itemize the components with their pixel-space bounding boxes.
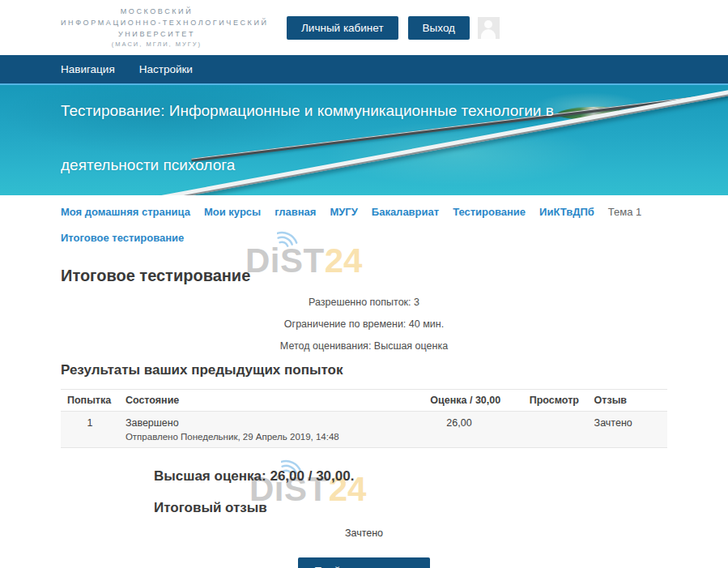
attempt-review <box>523 412 588 448</box>
main-navbar: Навигация Настройки <box>0 55 728 85</box>
breadcrumb-item-final-test[interactable]: Итоговое тестирование <box>61 232 184 244</box>
course-title-line2: деятельности психолога <box>61 156 554 175</box>
attempt-feedback: Зачтено <box>588 412 667 448</box>
col-header-attempt: Попытка <box>61 390 119 412</box>
logo-line: УНИВЕРСИТЕТ <box>61 28 253 40</box>
retake-test-button[interactable]: Пройти тест заново <box>298 557 430 568</box>
col-header-grade: Оценка / 30,00 <box>424 390 522 412</box>
attempt-state: Завершено Отправлено Понедельник, 29 Апр… <box>119 412 424 448</box>
avatar-body-icon <box>481 29 496 39</box>
table-header-row: Попытка Состояние Оценка / 30,00 Просмот… <box>61 390 667 412</box>
final-feedback-heading: Итоговый отзыв <box>154 500 667 516</box>
logo-line: (МАСИ, МГЛИ, МУГУ) <box>61 40 253 49</box>
page-content: DiST24 DiST24 Моя домашняя страница Мои … <box>0 195 728 568</box>
attempt-grade: 26,00 <box>424 412 522 448</box>
breadcrumb-item-home[interactable]: Моя домашняя страница <box>61 206 190 218</box>
attempt-submitted-timestamp: Отправлено Понедельник, 29 Апрель 2019, … <box>126 432 417 442</box>
attempts-table: Попытка Состояние Оценка / 30,00 Просмот… <box>61 389 667 448</box>
col-header-review: Просмотр <box>523 390 588 412</box>
logo-line: МОСКОВСКИЙ <box>61 6 253 17</box>
avatar[interactable] <box>478 17 500 39</box>
quiz-attempts-allowed: Разрешенно попыток: 3 <box>61 297 667 308</box>
course-title: Тестирование: Информационные и коммуника… <box>61 101 554 175</box>
dashboard-button[interactable]: Личный кабинет <box>287 16 398 40</box>
logout-button[interactable]: Выход <box>408 16 470 40</box>
col-header-state: Состояние <box>119 390 424 412</box>
quiz-time-limit: Ограничение по времени: 40 мин. <box>61 318 667 330</box>
course-title-line1: Тестирование: Информационные и коммуника… <box>61 101 554 121</box>
breadcrumb: Моя домашняя страница Мои курсы главная … <box>61 195 667 244</box>
quiz-grading-method: Метод оценивания: Высшая оценка <box>61 340 667 352</box>
site-header: МОСКОВСКИЙ ИНФОРМАЦИОННО-ТЕХНОЛОГИЧЕСКИЙ… <box>0 0 728 55</box>
nav-item-settings[interactable]: Настройки <box>139 63 193 75</box>
breadcrumb-item-course-code[interactable]: ИиКТвДПб <box>539 206 594 218</box>
results-heading: Результаты ваших предыдущих попыток <box>61 362 667 378</box>
breadcrumb-item-mugu[interactable]: МУГУ <box>330 206 357 218</box>
logo-line: ИНФОРМАЦИОННО-ТЕХНОЛОГИЧЕСКИЙ <box>61 17 253 28</box>
table-row: 1 Завершено Отправлено Понедельник, 29 А… <box>61 412 667 448</box>
nav-item-navigation[interactable]: Навигация <box>61 63 115 75</box>
breadcrumb-item-testing[interactable]: Тестирование <box>453 206 526 218</box>
attempt-state-label: Завершено <box>126 417 417 429</box>
final-feedback-value: Зачтено <box>61 527 667 539</box>
breadcrumb-row: Итоговое тестирование <box>61 232 667 244</box>
attempt-number: 1 <box>61 412 119 448</box>
avatar-head-icon <box>484 20 492 28</box>
retake-button-container: Пройти тест заново <box>61 557 667 568</box>
breadcrumb-item-my-courses[interactable]: Мои курсы <box>204 206 261 218</box>
breadcrumb-item-bachelor[interactable]: Бакалавриат <box>372 206 439 218</box>
col-header-feedback: Отзыв <box>588 390 667 412</box>
university-logo[interactable]: МОСКОВСКИЙ ИНФОРМАЦИОННО-ТЕХНОЛОГИЧЕСКИЙ… <box>61 6 253 49</box>
course-banner: Тестирование: Информационные и коммуника… <box>0 85 728 195</box>
header-actions: Личный кабинет Выход <box>287 16 500 40</box>
breadcrumb-row: Моя домашняя страница Мои курсы главная … <box>61 206 667 218</box>
breadcrumb-item-topic1: Тема 1 <box>608 206 641 218</box>
quiz-info: Разрешенно попыток: 3 Ограничение по вре… <box>61 297 667 352</box>
page-title: Итоговое тестирование <box>61 267 667 285</box>
breadcrumb-item-main[interactable]: главная <box>275 206 316 218</box>
best-grade-text: Высшая оценка: 26,00 / 30,00. <box>154 468 667 485</box>
